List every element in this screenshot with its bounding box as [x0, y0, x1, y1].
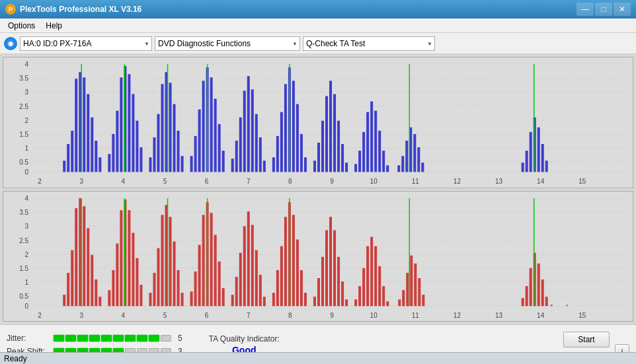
maximize-button[interactable]: □ — [595, 3, 612, 16]
svg-text:5: 5 — [163, 178, 167, 185]
svg-text:3: 3 — [79, 178, 83, 185]
svg-rect-178 — [136, 258, 138, 306]
svg-rect-99 — [337, 121, 340, 172]
svg-text:0.5: 0.5 — [19, 159, 28, 166]
svg-rect-246 — [522, 298, 524, 306]
menu-options[interactable]: Options — [3, 20, 40, 32]
svg-rect-254 — [551, 305, 553, 306]
svg-rect-67 — [202, 81, 205, 172]
jitter-led-7 — [125, 335, 136, 342]
title-bar-left: P PlexTools Professional XL V3.16 — [5, 4, 141, 15]
svg-rect-242 — [414, 263, 417, 305]
svg-text:13: 13 — [495, 178, 503, 185]
svg-text:11: 11 — [412, 178, 420, 185]
svg-text:15: 15 — [578, 312, 586, 319]
svg-rect-85 — [280, 112, 283, 172]
svg-rect-226 — [337, 256, 340, 306]
test-dropdown[interactable]: Q-Check TA Test — [303, 36, 435, 51]
svg-rect-239 — [402, 290, 405, 306]
jitter-led-5 — [101, 335, 112, 342]
device-dropdown[interactable]: HA:0 ID:0 PX-716A — [20, 36, 152, 51]
test-dropdown-wrapper: Q-Check TA Test — [303, 36, 435, 51]
svg-rect-212 — [280, 246, 283, 306]
jitter-label: Jitter: — [7, 334, 50, 343]
svg-text:14: 14 — [537, 312, 545, 319]
svg-text:9: 9 — [330, 178, 334, 185]
svg-rect-255 — [567, 305, 568, 306]
svg-text:4: 4 — [122, 312, 126, 319]
svg-rect-124 — [541, 144, 544, 172]
svg-text:11: 11 — [412, 312, 420, 319]
svg-rect-47 — [120, 77, 122, 172]
svg-rect-51 — [136, 121, 138, 172]
svg-rect-110 — [386, 165, 389, 172]
svg-rect-229 — [354, 299, 357, 306]
svg-text:8: 8 — [288, 312, 292, 319]
svg-text:4: 4 — [122, 178, 126, 185]
svg-rect-217 — [300, 270, 303, 305]
menu-help[interactable]: Help — [40, 20, 67, 32]
svg-text:12: 12 — [454, 178, 461, 185]
svg-text:7: 7 — [247, 178, 251, 185]
svg-text:10: 10 — [370, 178, 378, 185]
svg-rect-191 — [190, 291, 193, 306]
minimize-button[interactable]: — — [576, 3, 594, 16]
svg-rect-186 — [169, 217, 172, 306]
start-button[interactable]: Start — [563, 332, 610, 347]
svg-rect-241 — [410, 255, 413, 306]
svg-text:8: 8 — [288, 178, 292, 185]
jitter-led-10 — [161, 335, 171, 342]
svg-rect-56 — [157, 114, 159, 172]
svg-rect-82 — [263, 161, 266, 172]
svg-rect-42 — [99, 157, 101, 172]
svg-rect-183 — [157, 248, 159, 306]
svg-rect-218 — [304, 293, 307, 306]
svg-rect-65 — [194, 136, 197, 172]
svg-rect-93 — [313, 161, 316, 172]
svg-rect-197 — [214, 235, 217, 306]
svg-text:1: 1 — [25, 279, 29, 286]
function-dropdown[interactable]: DVD Diagnostic Functions — [155, 36, 300, 51]
svg-rect-121 — [530, 132, 532, 172]
svg-text:3.5: 3.5 — [19, 75, 28, 82]
svg-rect-224 — [329, 217, 332, 306]
svg-rect-231 — [362, 268, 365, 305]
svg-rect-40 — [91, 118, 93, 172]
toolbar-device: ◉ HA:0 ID:0 PX-716A — [4, 36, 152, 51]
svg-rect-123 — [537, 127, 540, 172]
svg-rect-81 — [259, 137, 262, 172]
svg-rect-165 — [83, 206, 85, 306]
chart-bottom-svg: 4 3.5 3 2.5 2 1.5 1 0.5 0 2 3 4 5 6 7 8 … — [3, 192, 633, 322]
svg-rect-98 — [333, 94, 336, 172]
svg-rect-107 — [374, 111, 377, 172]
svg-text:13: 13 — [495, 312, 503, 319]
svg-rect-244 — [422, 295, 424, 306]
svg-rect-188 — [177, 270, 180, 305]
svg-rect-250 — [537, 263, 540, 305]
svg-rect-69 — [210, 77, 213, 172]
function-dropdown-wrapper: DVD Diagnostic Functions — [155, 36, 300, 51]
svg-rect-201 — [231, 295, 234, 306]
svg-rect-75 — [235, 141, 238, 172]
jitter-led-1 — [54, 335, 64, 342]
svg-rect-168 — [95, 279, 97, 306]
close-button[interactable]: ✕ — [614, 3, 631, 16]
svg-rect-192 — [194, 271, 197, 305]
chart-top: 4 3.5 3 2.5 2 1.5 1 0.5 0 2 3 4 5 6 7 8 … — [3, 57, 633, 188]
svg-rect-61 — [177, 131, 180, 172]
svg-rect-243 — [418, 278, 420, 306]
svg-rect-227 — [341, 281, 344, 306]
jitter-led-bar — [54, 335, 171, 342]
svg-text:0.5: 0.5 — [19, 293, 28, 300]
jitter-value: 5 — [178, 334, 182, 343]
svg-rect-174 — [120, 210, 122, 306]
svg-rect-78 — [247, 76, 250, 172]
svg-rect-113 — [405, 141, 408, 172]
svg-text:0: 0 — [25, 303, 29, 310]
svg-rect-45 — [112, 134, 114, 172]
svg-rect-57 — [161, 84, 164, 172]
svg-rect-163 — [75, 208, 77, 306]
svg-rect-49 — [128, 74, 130, 172]
svg-rect-213 — [284, 217, 287, 306]
jitter-led-8 — [137, 335, 147, 342]
